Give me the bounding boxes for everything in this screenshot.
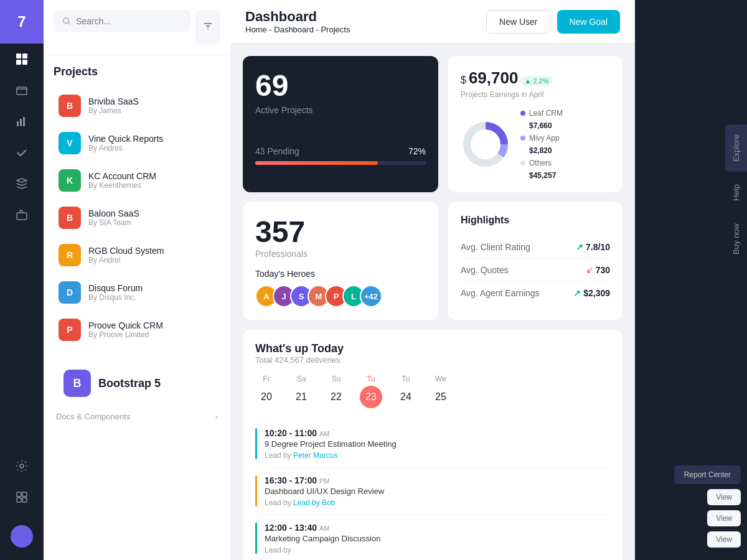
- page-title: Dashboard: [245, 9, 350, 25]
- project-by: By Andrei: [88, 256, 164, 264]
- event-item: 16:30 - 17:00 PM Dashboard UI/UX Design …: [255, 468, 610, 515]
- highlights-title: Highlights: [461, 215, 610, 226]
- highlight-value: ↗ $2,309: [573, 288, 610, 298]
- view-button-1[interactable]: View: [707, 489, 741, 505]
- docs-bar[interactable]: Docs & Components ›: [54, 407, 220, 426]
- project-item[interactable]: R RGB Cloud System By Andrei: [54, 238, 220, 273]
- sidebar-bottom: [0, 438, 44, 560]
- legend-label-mivy: Mivy App: [529, 134, 560, 142]
- project-item[interactable]: V Vine Quick Reports By Andres: [54, 126, 220, 161]
- bootstrap-label: Bootstrap 5: [98, 377, 161, 390]
- svg-rect-2: [16, 60, 21, 65]
- event-content: 12:00 - 13:40 AM Marketing Campaign Disc…: [265, 523, 610, 554]
- whats-up-card: What's up Today Total 424,567 deliveries…: [243, 330, 622, 560]
- tab-explore[interactable]: Explore: [725, 124, 747, 172]
- whats-up-subtitle: Total 424,567 deliveries: [255, 355, 610, 365]
- cal-day-name: We: [435, 375, 446, 383]
- project-info: RGB Cloud System By Andrei: [88, 246, 164, 264]
- project-name: KC Account CRM: [88, 171, 156, 181]
- legend-item-leaf: Leaf CRM: [520, 109, 563, 118]
- sidebar-icon-grid[interactable]: [0, 44, 44, 75]
- docs-label: Docs & Components: [56, 412, 130, 421]
- project-item[interactable]: B Briviba SaaS By James: [54, 88, 220, 123]
- user-avatar[interactable]: [11, 525, 33, 548]
- highlights-card: Highlights Avg. Client Rating ↗ 7.8/10 A…: [448, 202, 622, 320]
- project-name: Disqus Forum: [88, 283, 143, 293]
- donut-chart: [461, 119, 510, 169]
- project-by: By James: [88, 106, 139, 115]
- search-input[interactable]: [76, 16, 182, 26]
- tab-buynow[interactable]: Buy now: [725, 213, 747, 264]
- project-by: By SIA Team: [88, 218, 139, 227]
- event-line: [255, 475, 257, 506]
- sidebar-icon-briefcase[interactable]: [0, 199, 44, 230]
- calendar-day[interactable]: Tu 23: [360, 375, 382, 408]
- whats-up-title: What's up Today: [255, 342, 610, 355]
- view-button-2[interactable]: View: [707, 510, 741, 526]
- calendar-day[interactable]: Su 22: [325, 375, 347, 408]
- project-info: Baloon SaaS By SIA Team: [88, 208, 139, 227]
- event-lead-link[interactable]: Peter Marcus: [293, 451, 337, 460]
- sidebar-icon-layers[interactable]: [0, 75, 44, 106]
- earnings-label: Projects Earnings in April: [461, 90, 610, 99]
- sidebar-icon-stack[interactable]: [0, 168, 44, 199]
- project-name: Baloon SaaS: [88, 208, 139, 218]
- project-icon: B: [59, 95, 81, 117]
- earnings-dollar: $: [461, 75, 466, 86]
- project-by: By Disqus Inc.: [88, 293, 143, 302]
- docs-arrow: ›: [215, 412, 218, 421]
- report-center-button[interactable]: Report Center: [674, 465, 741, 484]
- avatar-circle: +42: [360, 285, 382, 307]
- event-lead-link[interactable]: Lead by Bob: [293, 498, 335, 507]
- cal-day-name: Tu: [402, 375, 410, 383]
- pending-info: 43 Pending 72%: [255, 146, 426, 156]
- legend-item-mivy: Mivy App: [520, 134, 563, 142]
- highlight-value: ↗ 7.8/10: [576, 242, 610, 252]
- svg-point-14: [63, 18, 69, 24]
- svg-rect-6: [20, 119, 22, 126]
- new-user-button[interactable]: New User: [486, 10, 550, 34]
- svg-rect-5: [17, 121, 19, 126]
- sidebar-icon-settings[interactable]: [0, 450, 44, 482]
- project-item[interactable]: B Baloon SaaS By SIA Team: [54, 200, 220, 235]
- breadcrumb-dashboard[interactable]: Dashboard: [274, 25, 314, 34]
- breadcrumb-home[interactable]: Home: [245, 25, 267, 34]
- header-left: Dashboard Home - Dashboard - Projects: [245, 9, 350, 34]
- svg-rect-0: [16, 54, 21, 58]
- cal-day-name: Su: [332, 375, 341, 383]
- donut-container: Leaf CRM $7,660 Mivy App $2,820 Others $…: [461, 109, 610, 180]
- event-lead: Lead by Peter Marcus: [265, 451, 610, 460]
- project-name: Briviba SaaS: [88, 96, 139, 106]
- heroes-section: Today's Heroes AJSMPL+42: [255, 269, 426, 307]
- calendar-day[interactable]: Tu 24: [395, 375, 417, 408]
- sidebar-icon-table[interactable]: [0, 482, 44, 513]
- legend-item-others: Others: [520, 159, 563, 167]
- view-button-3[interactable]: View: [707, 531, 741, 548]
- project-info: Proove Quick CRM By Proove Limited: [88, 320, 163, 339]
- legend-label-leaf: Leaf CRM: [529, 109, 563, 118]
- sidebar-icon-chart[interactable]: [0, 106, 44, 137]
- sidebar-icon-check[interactable]: [0, 137, 44, 168]
- calendar-day[interactable]: We 25: [430, 375, 452, 408]
- event-item: 12:00 - 13:40 AM Marketing Campaign Disc…: [255, 515, 610, 560]
- highlight-row: Avg. Client Rating ↗ 7.8/10: [461, 236, 610, 259]
- filter-button[interactable]: [195, 10, 220, 45]
- pending-percent: 72%: [408, 146, 426, 156]
- cal-day-num: 22: [325, 386, 347, 408]
- right-panel-actions: Report Center View View View: [674, 465, 741, 548]
- earnings-legend: Leaf CRM $7,660 Mivy App $2,820 Others $…: [520, 109, 563, 180]
- calendar-day[interactable]: Fr 20: [255, 375, 278, 408]
- whats-up-header: What's up Today Total 424,567 deliveries: [255, 342, 610, 365]
- earnings-badge: ▲ 2.2%: [520, 76, 552, 86]
- cal-day-num: 21: [290, 386, 312, 408]
- progress-bar: [255, 161, 426, 165]
- project-item[interactable]: P Proove Quick CRM By Proove Limited: [54, 312, 220, 347]
- new-goal-button[interactable]: New Goal: [557, 10, 620, 34]
- tab-help[interactable]: Help: [725, 174, 747, 211]
- projects-list: B Briviba SaaS By James V Vine Quick Rep…: [54, 88, 220, 347]
- calendar-day[interactable]: Sa 21: [290, 375, 312, 408]
- event-content: 10:20 - 11:00 AM 9 Degree Project Estima…: [265, 428, 610, 460]
- bootstrap-icon: B: [63, 370, 91, 397]
- project-item[interactable]: D Disqus Forum By Disqus Inc.: [54, 275, 220, 310]
- project-item[interactable]: K KC Account CRM By Keenthemes: [54, 163, 220, 198]
